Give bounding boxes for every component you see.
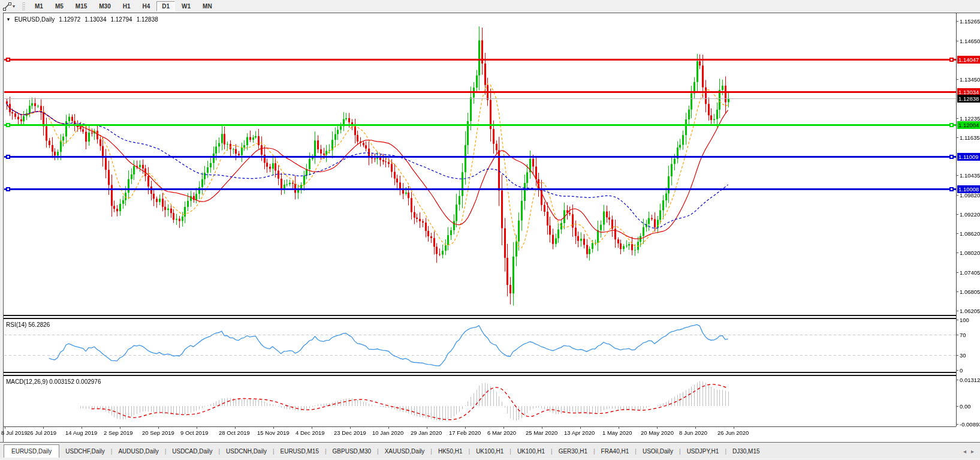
price-axis-tick — [956, 214, 958, 215]
price-axis-label: 1.09220 — [960, 211, 980, 218]
price-axis-tick — [956, 291, 958, 292]
date-axis-tick — [350, 426, 351, 429]
date-axis-label: 26 Jul 2019 — [27, 429, 56, 436]
date-axis-label: 13 Apr 2020 — [564, 429, 595, 436]
date-axis-tick — [388, 426, 389, 429]
macd-label: MACD(12,26,9) 0.003152 0.002976 — [6, 378, 101, 385]
chart-tab-xauusd-daily[interactable]: XAUUSD,Daily — [379, 446, 431, 458]
line-handle[interactable] — [6, 155, 10, 159]
date-axis-label: 9 Oct 2019 — [180, 429, 208, 436]
date-axis-label: 2 Sep 2019 — [104, 429, 133, 436]
chart-tab-usdcad-daily[interactable]: USDCAD,Daily — [166, 446, 218, 458]
rsi-macd-divider[interactable] — [4, 372, 956, 376]
chart-tab-usoil-daily[interactable]: USOil,Daily — [637, 446, 679, 458]
date-axis-label: 26 Jun 2020 — [717, 429, 749, 436]
macd-axis-tick — [956, 380, 958, 380]
chart-title: ▼ EURUSD,Daily 1.12972 1.13034 1.12794 1… — [6, 16, 162, 23]
chart-tab-eurusd-daily[interactable]: EURUSD,Daily — [4, 444, 59, 458]
price-axis-label: 1.13450 — [960, 76, 980, 83]
date-axis-tick — [619, 426, 619, 429]
price-axis-label: 1.08020 — [960, 249, 980, 256]
rsi-axis-label: 30 — [960, 352, 966, 359]
date-axis-label: 8 Jul 2019 — [1, 429, 28, 436]
chart-tab-eurusd-m15[interactable]: EURUSD,M15 — [275, 446, 325, 458]
price-axis-label: 1.10435 — [960, 172, 980, 179]
price-axis-tick — [956, 137, 958, 138]
line-handle[interactable] — [6, 187, 10, 191]
chart-tabs: EURUSD,DailyUSDCHF,Daily|AUDUSD,Daily|US… — [0, 444, 766, 458]
date-axis-tick — [465, 426, 466, 429]
date-axis-label: 28 Oct 2019 — [219, 429, 250, 436]
chart-tab-dj30-m15[interactable]: DJ30,M15 — [726, 446, 766, 458]
price-axis-tick — [956, 118, 958, 119]
date-axis-tick — [43, 426, 44, 429]
chart-tab-uk100-h1[interactable]: UK100,H1 — [470, 446, 509, 458]
date-axis-tick — [695, 426, 696, 429]
date-axis-separator — [4, 426, 956, 427]
price-axis-label: 1.09820 — [960, 192, 980, 199]
tab-scroll-left-icon[interactable]: ◂ — [963, 448, 966, 455]
price-badge-1.12838: 1.12838 — [957, 95, 980, 103]
line-handle[interactable] — [6, 58, 10, 62]
rsi-axis-tick — [956, 335, 958, 335]
date-axis-tick — [5, 426, 5, 429]
date-axis-tick — [503, 426, 504, 429]
line-handle[interactable] — [949, 187, 954, 191]
price-axis-label: 1.07405 — [960, 269, 980, 276]
chart-tab-ger30-h1[interactable]: GER30,H1 — [553, 446, 593, 458]
date-axis-label: 25 Mar 2020 — [526, 429, 557, 436]
rsi-axis-label: 70 — [960, 332, 966, 338]
rsi-axis-tick — [956, 320, 958, 320]
chart-tab-bar: EURUSD,DailyUSDCHF,Daily|AUDUSD,Daily|US… — [0, 442, 980, 458]
price-axis-tick — [956, 272, 958, 273]
chart-canvas[interactable] — [0, 0, 980, 460]
horizontal-line-1.10008[interactable] — [4, 188, 956, 190]
chart-tab-fra40-h1[interactable]: FRA40,H1 — [595, 446, 635, 458]
price-badge-1.11009: 1.11009 — [957, 153, 980, 161]
chart-tab-uk100-h1[interactable]: UK100,H1 — [511, 446, 551, 458]
macd-axis-tick — [956, 406, 958, 407]
price-axis-label: 1.06805 — [960, 288, 980, 295]
date-axis-tick — [82, 426, 82, 429]
ohlc-open: 1.12972 — [59, 16, 80, 23]
chart-tab-usdchf-daily[interactable]: USDCHF,Daily — [59, 446, 111, 458]
price-axis-label: 1.12235 — [960, 115, 980, 122]
macd-axis-label: -0.00893 — [960, 421, 980, 428]
date-axis-tick — [120, 426, 120, 429]
price-axis-label: 1.14650 — [960, 38, 980, 44]
macd-axis-tick — [956, 424, 958, 425]
line-handle[interactable] — [949, 58, 954, 62]
date-axis-tick — [197, 426, 197, 429]
horizontal-line-1.12004[interactable] — [4, 124, 956, 126]
application-window: ▾ M1M5M15M30H1H4D1W1MN ▼ EURUSD,Daily 1.… — [0, 0, 980, 460]
price-badge-1.12004: 1.12004 — [957, 121, 980, 129]
horizontal-line-1.11009[interactable] — [4, 156, 956, 158]
horizontal-line-1.13034[interactable] — [4, 91, 956, 93]
rsi-axis-label: 0 — [960, 367, 963, 374]
line-handle[interactable] — [949, 123, 954, 127]
rsi-axis-label: 100 — [960, 317, 969, 323]
chart-tab-usdjpy-h1[interactable]: USDJPY,H1 — [681, 446, 725, 458]
date-axis-tick — [580, 426, 581, 429]
date-axis-tick — [235, 426, 236, 429]
symbol-dropdown-icon[interactable]: ▼ — [6, 17, 11, 22]
date-axis-tick — [273, 426, 274, 429]
price-axis-separator — [956, 13, 957, 426]
horizontal-line-1.12838[interactable] — [4, 98, 956, 99]
chart-tab-gbpusd-m30[interactable]: GBPUSD,M30 — [327, 446, 377, 458]
chart-tab-hk50-h1[interactable]: HK50,H1 — [432, 446, 469, 458]
date-axis-tick — [312, 426, 312, 429]
chart-tab-usdcnh-daily[interactable]: USDCNH,Daily — [220, 446, 273, 458]
ohlc-close: 1.12838 — [137, 16, 158, 23]
price-axis-tick — [956, 41, 958, 41]
line-handle[interactable] — [949, 155, 954, 159]
chart-tab-audusd-daily[interactable]: AUDUSD,Daily — [112, 446, 164, 458]
price-axis-tick — [956, 252, 958, 253]
tab-scroll-right-icon[interactable]: ▸ — [971, 448, 974, 455]
rsi-label: RSI(14) 56.2826 — [6, 321, 50, 328]
horizontal-line-1.14047[interactable] — [4, 59, 956, 61]
line-handle[interactable] — [6, 123, 10, 127]
date-axis-label: 20 May 2020 — [641, 429, 674, 436]
price-axis-tick — [956, 21, 958, 22]
main-rsi-divider[interactable] — [4, 315, 956, 319]
